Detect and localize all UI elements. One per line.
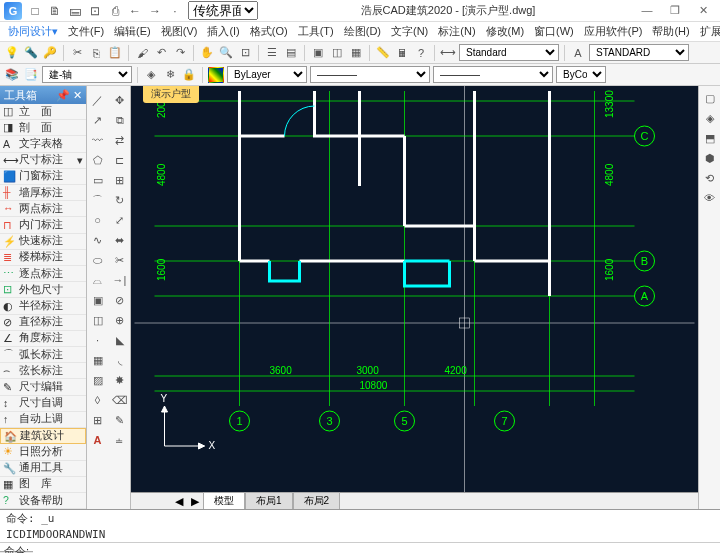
trim-icon[interactable]: ✂ [110,251,130,269]
dim-arc[interactable]: ⌒弧长标注 [0,347,86,363]
linetype-select[interactable]: ———— [310,66,430,83]
ellarc-icon[interactable]: ⌓ [88,271,108,289]
scale-icon[interactable]: ⤢ [110,211,130,229]
mirror-icon[interactable]: ⇄ [110,131,130,149]
tb-layers-icon[interactable]: 📚 [4,67,20,83]
qat-save-icon[interactable]: 🖴 [68,4,82,18]
tb-txt-icon[interactable]: A [570,45,586,61]
tb-paste-icon[interactable]: 📋 [107,45,123,61]
tb-layerstate-icon[interactable]: 📑 [23,67,39,83]
stretch-icon[interactable]: ⬌ [110,231,130,249]
spline-icon[interactable]: ∿ [88,231,108,249]
ellipse-icon[interactable]: ⬭ [88,251,108,269]
move-icon[interactable]: ✥ [110,91,130,109]
menu-text[interactable]: 文字(N) [387,24,432,39]
minimize-button[interactable]: — [638,4,656,17]
cat-dimup[interactable]: ↑自动上调 [0,412,86,428]
dim-innerdoor[interactable]: ⊓内门标注 [0,217,86,233]
cat-dimedit[interactable]: ✎尺寸编辑 [0,379,86,395]
menu-modify[interactable]: 修改(M) [482,24,529,39]
cat-section[interactable]: ◨剖 面 [0,120,86,136]
rt-top-icon[interactable]: ⬒ [702,130,718,146]
menu-apps[interactable]: 应用软件(P) [580,24,647,39]
command-input[interactable] [33,543,720,553]
tb-bulb-icon[interactable]: 💡 [4,45,20,61]
dim-point[interactable]: ⋯逐点标注 [0,266,86,282]
tab-common[interactable]: 🔧通用工具 [0,461,86,477]
break-icon[interactable]: ⊘ [110,291,130,309]
tb-cut-icon[interactable]: ✂ [69,45,85,61]
tb-help-icon[interactable]: ? [413,45,429,61]
menu-collab[interactable]: 协同设计▾ [4,24,62,39]
drawing-canvas[interactable]: 演示户型 [131,86,698,509]
rt-box-icon[interactable]: ▢ [702,90,718,106]
tb-hatch-icon[interactable]: ▦ [348,45,364,61]
copy2-icon[interactable]: ⧉ [110,111,130,129]
dim-chord[interactable]: ⌢弦长标注 [0,363,86,379]
menu-window[interactable]: 窗口(W) [530,24,578,39]
dim-twopoint[interactable]: ↔两点标注 [0,201,86,217]
tb-lamp-icon[interactable]: 🔦 [23,45,39,61]
line-icon[interactable]: ／ [88,91,108,109]
explode-icon[interactable]: ✸ [110,371,130,389]
join-icon[interactable]: ⊕ [110,311,130,329]
cat-dimadj[interactable]: ↕尺寸自调 [0,396,86,412]
menu-draw[interactable]: 绘图(D) [340,24,385,39]
offset-icon[interactable]: ⊏ [110,151,130,169]
tb-block-icon[interactable]: ▣ [310,45,326,61]
tb-dim1-icon[interactable]: ⟷ [440,45,456,61]
toolbox-pin-icon[interactable]: 📌 ✕ [56,89,82,102]
tb-key-icon[interactable]: 🔑 [42,45,58,61]
dim-stair[interactable]: ≣楼梯标注 [0,250,86,266]
rotate-icon[interactable]: ↻ [110,191,130,209]
tb-undo2-icon[interactable]: ↶ [153,45,169,61]
rt-vis-icon[interactable]: 👁 [702,190,718,206]
maximize-button[interactable]: ❐ [666,4,684,17]
cat-elevation[interactable]: ◫立 面 [0,104,86,120]
fillet-icon[interactable]: ◟ [110,351,130,369]
tab-model[interactable]: 模型 [203,492,245,509]
table-icon[interactable]: ⊞ [88,411,108,429]
tb-lock-icon[interactable]: 🔒 [181,67,197,83]
dim-quick[interactable]: ⚡快速标注 [0,234,86,250]
rt-orbit-icon[interactable]: ⟲ [702,170,718,186]
drawing-tab[interactable]: 演示户型 [143,86,199,103]
tb-zoomwin-icon[interactable]: ⊡ [237,45,253,61]
tab-layout2[interactable]: 布局2 [293,492,341,509]
lineweight-select[interactable]: ———— [433,66,553,83]
tb-meas-icon[interactable]: 📏 [375,45,391,61]
bycol-select[interactable]: ByCol [556,66,606,83]
menu-format[interactable]: 格式(O) [246,24,292,39]
extend-icon[interactable]: →| [110,271,130,289]
chamfer-icon[interactable]: ◣ [110,331,130,349]
tb-props-icon[interactable]: ▤ [283,45,299,61]
menu-tools[interactable]: 工具(T) [294,24,338,39]
cat-dim[interactable]: ⟷尺寸标注▾ [0,153,86,169]
dim-doorwin[interactable]: 🟦门窗标注 [0,169,86,185]
qat-undo-icon[interactable]: ← [128,4,142,18]
tb-layer-icon[interactable]: ☰ [264,45,280,61]
tb-freeze-icon[interactable]: ❄ [162,67,178,83]
rect-icon[interactable]: ▭ [88,171,108,189]
tb-copy-icon[interactable]: ⎘ [88,45,104,61]
textstyle-select[interactable]: STANDARD [589,44,689,61]
tb-calc-icon[interactable]: 🖩 [394,45,410,61]
tabs-right-icon[interactable]: ▶ [187,495,203,508]
block2-icon[interactable]: ◫ [88,311,108,329]
ray-icon[interactable]: ↗ [88,111,108,129]
poly-icon[interactable]: ⬠ [88,151,108,169]
pline-icon[interactable]: 〰 [88,131,108,149]
tabs-left-icon[interactable]: ◀ [171,495,187,508]
tb-select-icon[interactable]: ◫ [329,45,345,61]
menu-view[interactable]: 视图(V) [157,24,202,39]
tb-color-icon[interactable] [208,67,224,83]
cat-text-table[interactable]: A文字表格 [0,136,86,152]
erase-icon[interactable]: ⌫ [110,391,130,409]
tab-arch[interactable]: 🏠建筑设计 [0,428,86,444]
align-icon[interactable]: ⫨ [110,431,130,449]
tab-layout1[interactable]: 布局1 [245,492,293,509]
close-button[interactable]: ✕ [694,4,712,17]
qat-print-icon[interactable]: ⎙ [108,4,122,18]
tab-library[interactable]: ▦图 库 [0,477,86,493]
circle-icon[interactable]: ○ [88,211,108,229]
